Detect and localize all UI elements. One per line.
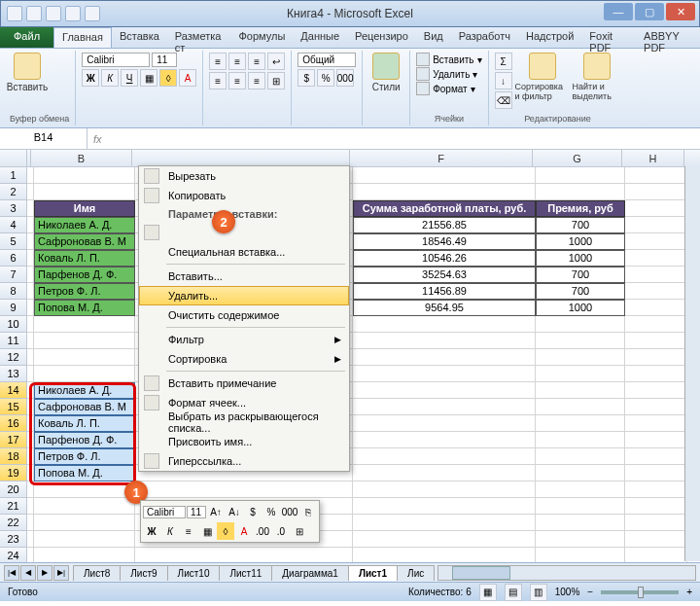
cm-sort[interactable]: Сортировка▶ (139, 349, 349, 369)
sheet-tab[interactable]: Лист10 (167, 565, 221, 581)
row-header[interactable]: 20 (0, 481, 27, 498)
cm-cut[interactable]: Вырезать (139, 166, 349, 186)
cell[interactable] (27, 465, 34, 481)
tab-nav-prev[interactable]: ◀ (20, 565, 36, 581)
sum-cell[interactable]: 21556.85 (353, 217, 536, 233)
col-header-f[interactable]: F (350, 150, 533, 166)
cm-filter[interactable]: Фильтр▶ (139, 330, 349, 349)
cell[interactable] (625, 515, 687, 531)
cell[interactable] (536, 465, 625, 481)
cell[interactable] (625, 333, 687, 349)
align-bot-button[interactable]: ≡ (248, 53, 265, 70)
horizontal-scrollbar[interactable] (438, 565, 696, 581)
selected-cell[interactable]: Коваль Л. П. (34, 415, 135, 432)
row-header[interactable]: 3 (0, 200, 27, 217)
cell[interactable] (536, 515, 625, 531)
cell[interactable] (27, 283, 34, 300)
save-icon[interactable] (26, 6, 42, 21)
cell[interactable] (625, 167, 687, 184)
cm-clear-contents[interactable]: Очистить содержимое (139, 305, 349, 325)
styles-button[interactable]: Стили (368, 53, 403, 92)
cell[interactable] (34, 184, 135, 200)
underline-button[interactable]: Ч (121, 69, 138, 87)
cell[interactable] (34, 481, 135, 498)
view-normal-button[interactable]: ▦ (479, 584, 497, 601)
mini-fill-color[interactable]: ◊ (217, 522, 234, 540)
cell[interactable] (34, 498, 135, 515)
cell[interactable] (353, 349, 536, 366)
merge-button[interactable]: ⊞ (267, 72, 285, 89)
row-header[interactable]: 8 (0, 283, 27, 300)
cell[interactable] (27, 333, 34, 349)
file-tab[interactable]: Файл (0, 27, 53, 48)
cm-define-name[interactable]: Присвоить имя... (139, 432, 349, 451)
cell[interactable] (353, 498, 536, 515)
cell[interactable] (536, 167, 625, 184)
close-button[interactable]: ✕ (666, 3, 695, 20)
cell[interactable] (625, 481, 687, 498)
qat-more-icon[interactable] (85, 6, 100, 21)
cell[interactable] (625, 415, 687, 432)
cell[interactable] (625, 349, 687, 366)
selected-cell[interactable]: Парфенов Д. Ф. (34, 432, 135, 448)
cell[interactable] (625, 531, 687, 548)
cell[interactable] (34, 167, 135, 184)
cell[interactable] (27, 548, 34, 562)
cell[interactable] (27, 415, 34, 432)
mini-bold[interactable]: Ж (143, 522, 160, 540)
cells-format-button[interactable]: Формат ▾ (416, 82, 481, 95)
cells-delete-button[interactable]: Удалить ▾ (416, 67, 481, 81)
cell[interactable] (625, 366, 687, 382)
cell[interactable] (27, 515, 34, 531)
row-header[interactable]: 1 (0, 167, 27, 184)
name-cell[interactable]: Попова М. Д. (34, 300, 135, 316)
cell[interactable] (536, 498, 625, 515)
cell[interactable] (353, 399, 536, 415)
row-header[interactable]: 23 (0, 531, 27, 548)
name-cell[interactable]: Парфенов Д. Ф. (34, 267, 135, 283)
cell[interactable] (27, 300, 34, 316)
row-header[interactable]: 2 (0, 184, 27, 200)
mini-dec-inc[interactable]: .00 (254, 522, 271, 540)
currency-button[interactable]: $ (298, 69, 315, 87)
mini-font-color[interactable]: A (235, 522, 253, 540)
row-header[interactable]: 24 (0, 548, 27, 562)
cell[interactable] (625, 382, 687, 399)
tab-abbyy[interactable]: ABBYY PDF (636, 27, 700, 48)
sum-cell[interactable]: 18546.49 (353, 233, 536, 250)
sheet-tab-active[interactable]: Лист1 (348, 565, 398, 581)
cell[interactable] (625, 267, 687, 283)
cell[interactable] (625, 548, 687, 562)
sheet-tab[interactable]: Лис (397, 565, 435, 581)
bonus-cell[interactable]: 1000 (536, 300, 625, 316)
cell[interactable] (353, 184, 536, 200)
cell[interactable] (625, 233, 687, 250)
tab-page-layout[interactable]: Разметка ст (167, 27, 231, 48)
cm-paste-special[interactable]: Специальная вставка... (139, 242, 349, 262)
row-header[interactable]: 22 (0, 515, 27, 531)
cell[interactable] (27, 382, 34, 399)
cell[interactable] (353, 167, 536, 184)
cell[interactable] (536, 184, 625, 200)
cell[interactable] (536, 481, 625, 498)
row-header[interactable]: 18 (0, 448, 27, 465)
zoom-in-button[interactable]: + (686, 587, 692, 597)
cell[interactable] (34, 515, 135, 531)
cm-insert-comment[interactable]: Вставить примечание (139, 374, 349, 393)
row-header[interactable]: 13 (0, 366, 27, 382)
cell[interactable] (135, 481, 353, 498)
cm-hyperlink[interactable]: Гиперссылка... (139, 451, 349, 471)
bold-button[interactable]: Ж (82, 69, 99, 87)
cell[interactable] (625, 184, 687, 200)
row-header[interactable]: 11 (0, 333, 27, 349)
sort-filter-button[interactable]: Сортировка и фильтр (515, 53, 570, 114)
formula-bar[interactable]: fx (88, 128, 700, 149)
sum-cell[interactable]: 11456.89 (353, 283, 536, 300)
cell[interactable] (625, 283, 687, 300)
cm-delete[interactable]: Удалить... (139, 286, 349, 305)
align-top-button[interactable]: ≡ (209, 53, 227, 70)
mini-shrink-font[interactable]: A↓ (226, 503, 243, 520)
align-center-button[interactable]: ≡ (228, 72, 246, 89)
sheet-tab[interactable]: Лист11 (219, 565, 272, 581)
percent-button[interactable]: % (317, 69, 334, 87)
